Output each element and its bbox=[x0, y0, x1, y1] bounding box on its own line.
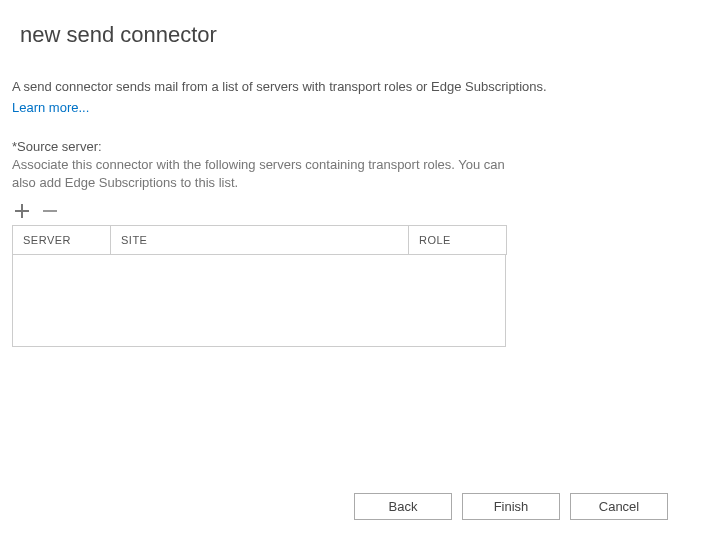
intro-text: A send connector sends mail from a list … bbox=[12, 78, 692, 96]
column-header-server[interactable]: SERVER bbox=[13, 225, 111, 254]
grid-toolbar bbox=[12, 201, 692, 221]
cancel-button[interactable]: Cancel bbox=[570, 493, 668, 520]
source-server-grid-header: SERVER SITE ROLE bbox=[12, 225, 507, 255]
source-server-help: Associate this connector with the follow… bbox=[12, 156, 532, 192]
back-button[interactable]: Back bbox=[354, 493, 452, 520]
page-title: new send connector bbox=[20, 22, 692, 48]
add-icon[interactable] bbox=[12, 201, 32, 221]
svg-rect-1 bbox=[15, 210, 29, 212]
remove-icon[interactable] bbox=[40, 201, 60, 221]
wizard-button-row: Back Finish Cancel bbox=[354, 493, 668, 520]
column-header-site[interactable]: SITE bbox=[111, 225, 409, 254]
learn-more-link[interactable]: Learn more... bbox=[12, 100, 89, 115]
source-server-grid-body[interactable] bbox=[12, 255, 506, 347]
source-server-label: *Source server: bbox=[12, 139, 692, 154]
finish-button[interactable]: Finish bbox=[462, 493, 560, 520]
column-header-role[interactable]: ROLE bbox=[409, 225, 507, 254]
svg-rect-2 bbox=[43, 210, 57, 212]
